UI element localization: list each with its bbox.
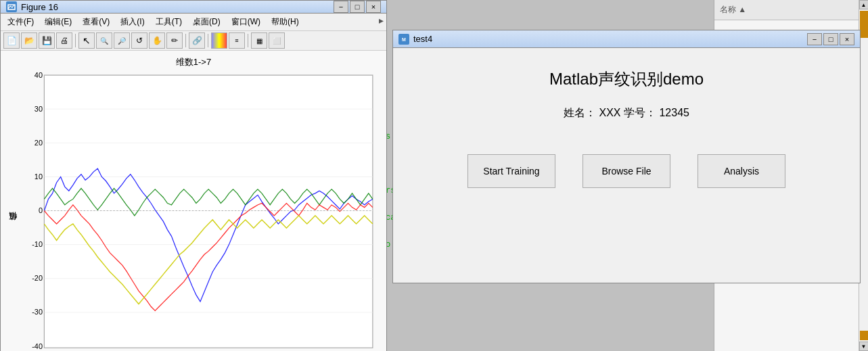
figure16-title: Figure 16 <box>21 2 58 12</box>
buttons-row: Start Training Browse File Analysis <box>467 154 785 188</box>
start-training-button[interactable]: Start Training <box>467 154 555 188</box>
tool-zoom-out[interactable]: 🔎 <box>114 32 130 49</box>
matlab-bg-title: 名称 ▲ <box>720 4 746 16</box>
test4-window-controls: − □ × <box>807 33 854 45</box>
menu-view[interactable]: 查看(V) <box>78 15 114 29</box>
menu-window[interactable]: 窗口(W) <box>227 15 265 29</box>
toolbar-sep1 <box>75 34 76 47</box>
figure16-menubar: 文件(F) 编辑(E) 查看(V) 插入(I) 工具(T) 桌面(D) 窗口(W… <box>1 14 386 31</box>
toolbar-sep2 <box>185 34 186 47</box>
y-axis-label: 幅值 <box>6 71 20 351</box>
test4-title: test4 <box>413 34 432 44</box>
close-button[interactable]: × <box>366 1 381 13</box>
scroll-down-arrow[interactable]: ▼ <box>859 342 869 351</box>
chart-container: 幅值 <box>6 71 381 351</box>
titlebar-left: Figure 16 <box>6 1 58 12</box>
tool-axes[interactable]: ⬜ <box>269 32 285 49</box>
menu-insert[interactable]: 插入(I) <box>116 15 148 29</box>
tool-pan[interactable]: ✋ <box>149 32 165 49</box>
test4-close-button[interactable]: × <box>840 33 854 45</box>
tool-zoom-in[interactable]: 🔍 <box>96 32 112 49</box>
window-controls: − □ × <box>334 1 381 13</box>
tool-rotate[interactable]: ↺ <box>131 32 147 49</box>
tool-colorbar[interactable] <box>211 32 227 49</box>
tool-save[interactable]: 💾 <box>39 32 55 49</box>
chart-inner: 40 30 20 10 0 -10 -20 -30 -40 0 <box>20 71 381 351</box>
minimize-button[interactable]: − <box>334 1 348 13</box>
tool-print[interactable]: 🖨 <box>56 32 72 49</box>
svg-rect-1 <box>44 75 372 348</box>
svg-text:-40: -40 <box>32 342 43 350</box>
svg-text:40: 40 <box>35 71 43 79</box>
test4-content: Matlab声纹识别demo 姓名： XXX 学号： 12345 Start T… <box>393 48 860 283</box>
menu-file[interactable]: 文件(F) <box>3 15 38 29</box>
figure-icon <box>6 1 17 12</box>
test4-maximize-button[interactable]: □ <box>823 33 838 45</box>
test4-titlebar-left: M test4 <box>398 34 432 45</box>
svg-text:M: M <box>402 37 406 42</box>
maximize-button[interactable]: □ <box>350 1 365 13</box>
menu-desktop[interactable]: 桌面(D) <box>189 15 225 29</box>
chart-svg-wrap: 40 30 20 10 0 -10 -20 -30 -40 0 <box>20 71 381 351</box>
svg-text:-20: -20 <box>32 274 43 282</box>
tool-cursor[interactable]: ↖ <box>78 32 95 49</box>
student-info: 姓名： XXX 学号： 12345 <box>564 106 689 120</box>
test4-window: M test4 − □ × Matlab声纹识别demo 姓名： XXX 学号：… <box>392 30 861 283</box>
svg-text:10: 10 <box>35 172 43 181</box>
tool-legend[interactable]: ≡ <box>229 32 245 49</box>
tool-brush[interactable]: ✏ <box>166 32 183 49</box>
menu-tools[interactable]: 工具(T) <box>152 15 186 29</box>
toolbar-sep3 <box>208 34 208 47</box>
test4-minimize-button[interactable]: − <box>807 33 822 45</box>
menu-arrow[interactable]: ▸ <box>379 15 384 29</box>
tool-new[interactable]: 📄 <box>3 32 20 49</box>
tool-grid[interactable]: ▦ <box>251 32 267 49</box>
plot-area: 维数1->7 幅值 <box>1 51 386 351</box>
menu-edit[interactable]: 编辑(E) <box>41 15 76 29</box>
toolbar-sep4 <box>248 34 248 47</box>
scroll-up-arrow[interactable]: ▲ <box>859 0 869 9</box>
tool-open[interactable]: 📂 <box>21 32 37 49</box>
plot-title: 维数1->7 <box>6 56 381 68</box>
test4-titlebar: M test4 − □ × <box>393 30 860 48</box>
svg-text:-10: -10 <box>32 240 43 248</box>
svg-text:30: 30 <box>35 105 43 113</box>
analysis-button[interactable]: Analysis <box>698 154 785 188</box>
figure16-toolbar: 📄 📂 💾 🖨 ↖ 🔍 🔎 ↺ ✋ ✏ 🔗 ≡ ▦ ⬜ <box>1 31 386 51</box>
scroll-thumb-top[interactable] <box>860 11 868 38</box>
figure16-window: Figure 16 − □ × 文件(F) 编辑(E) 查看(V) 插入(I) … <box>0 0 387 351</box>
tool-link[interactable]: 🔗 <box>189 32 205 49</box>
figure16-titlebar: Figure 16 − □ × <box>1 1 386 14</box>
menu-help[interactable]: 帮助(H) <box>267 15 303 29</box>
svg-text:20: 20 <box>35 139 43 147</box>
svg-text:-30: -30 <box>32 308 43 316</box>
svg-text:0: 0 <box>39 206 43 214</box>
scroll-thumb-bottom[interactable] <box>860 331 868 340</box>
test4-icon: M <box>398 34 409 45</box>
matlab-bg-titlebar: 名称 ▲ <box>714 0 868 20</box>
browse-file-button[interactable]: Browse File <box>583 154 670 188</box>
chart-svg: 40 30 20 10 0 -10 -20 -30 -40 0 <box>20 71 381 351</box>
demo-title: Matlab声纹识别demo <box>549 68 704 90</box>
